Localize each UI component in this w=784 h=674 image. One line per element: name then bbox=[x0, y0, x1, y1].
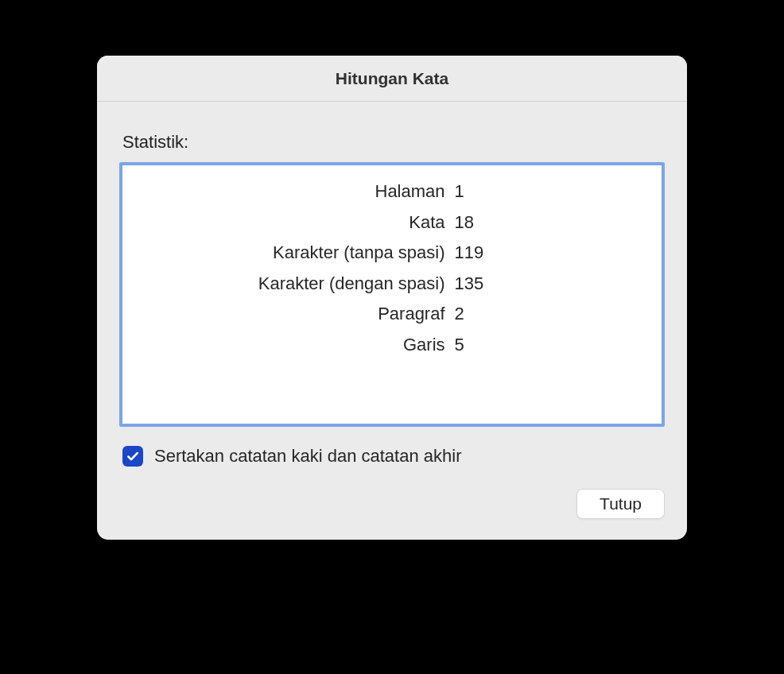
stat-row-paragraphs: Paragraf 2 bbox=[138, 299, 646, 330]
statistics-box[interactable]: Halaman 1 Kata 18 Karakter (tanpa spasi)… bbox=[119, 162, 665, 427]
close-button[interactable]: Tutup bbox=[576, 489, 665, 519]
stat-label: Kata bbox=[138, 207, 453, 238]
include-footnotes-label: Sertakan catatan kaki dan catatan akhir bbox=[154, 446, 461, 467]
stat-row-lines: Garis 5 bbox=[138, 330, 646, 361]
dialog-content: Statistik: Halaman 1 Kata 18 Karakter (t… bbox=[97, 102, 687, 540]
word-count-dialog: Hitungan Kata Statistik: Halaman 1 Kata … bbox=[97, 56, 687, 540]
stat-value: 2 bbox=[453, 299, 646, 330]
include-footnotes-checkbox[interactable] bbox=[122, 446, 143, 467]
stat-row-chars-with-space: Karakter (dengan spasi) 135 bbox=[138, 269, 646, 300]
stat-row-words: Kata 18 bbox=[138, 207, 646, 238]
stat-value: 5 bbox=[453, 330, 646, 361]
stat-value: 135 bbox=[453, 269, 646, 300]
dialog-title: Hitungan Kata bbox=[336, 69, 448, 88]
dialog-button-row: Tutup bbox=[119, 489, 665, 519]
stat-row-chars-no-space: Karakter (tanpa spasi) 119 bbox=[138, 238, 646, 269]
stat-row-pages: Halaman 1 bbox=[138, 176, 646, 207]
stat-label: Paragraf bbox=[138, 299, 453, 330]
checkmark-icon bbox=[126, 449, 140, 463]
stat-value: 1 bbox=[453, 176, 646, 207]
stat-value: 18 bbox=[453, 207, 646, 238]
stat-label: Karakter (tanpa spasi) bbox=[138, 238, 453, 269]
stat-label: Halaman bbox=[138, 176, 453, 207]
include-footnotes-row: Sertakan catatan kaki dan catatan akhir bbox=[122, 446, 665, 467]
statistics-label: Statistik: bbox=[122, 132, 665, 153]
stat-label: Garis bbox=[138, 330, 453, 361]
stat-label: Karakter (dengan spasi) bbox=[138, 269, 453, 300]
stat-value: 119 bbox=[453, 238, 646, 269]
dialog-titlebar: Hitungan Kata bbox=[97, 56, 687, 102]
